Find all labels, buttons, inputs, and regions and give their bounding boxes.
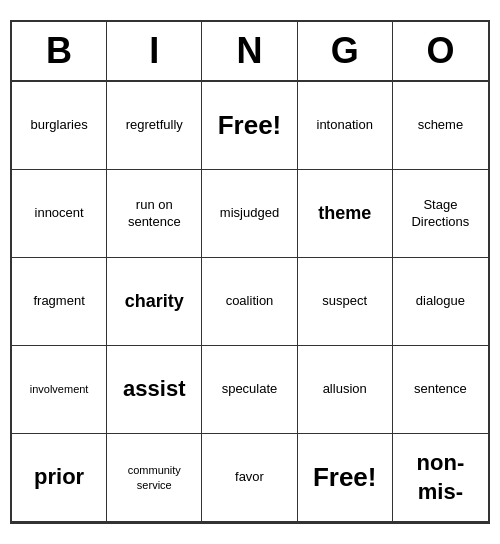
bingo-cell: favor [202, 434, 297, 522]
bingo-cell: Free! [298, 434, 393, 522]
bingo-cell: intonation [298, 82, 393, 170]
bingo-cell: dialogue [393, 258, 488, 346]
bingo-card: BINGO burglariesregretfullyFree!intonati… [10, 20, 490, 524]
bingo-cell: prior [12, 434, 107, 522]
bingo-header: BINGO [12, 22, 488, 82]
bingo-cell: innocent [12, 170, 107, 258]
bingo-grid: burglariesregretfullyFree!intonationsche… [12, 82, 488, 522]
header-letter: I [107, 22, 202, 80]
bingo-cell: allusion [298, 346, 393, 434]
bingo-cell: community service [107, 434, 202, 522]
bingo-cell: non-mis- [393, 434, 488, 522]
bingo-cell: coalition [202, 258, 297, 346]
bingo-cell: assist [107, 346, 202, 434]
bingo-cell: run on sentence [107, 170, 202, 258]
bingo-cell: charity [107, 258, 202, 346]
bingo-cell: sentence [393, 346, 488, 434]
header-letter: G [298, 22, 393, 80]
header-letter: N [202, 22, 297, 80]
bingo-cell: Free! [202, 82, 297, 170]
header-letter: O [393, 22, 488, 80]
bingo-cell: fragment [12, 258, 107, 346]
bingo-cell: theme [298, 170, 393, 258]
bingo-cell: regretfully [107, 82, 202, 170]
bingo-cell: burglaries [12, 82, 107, 170]
bingo-cell: Stage Directions [393, 170, 488, 258]
bingo-cell: misjudged [202, 170, 297, 258]
header-letter: B [12, 22, 107, 80]
bingo-cell: involvement [12, 346, 107, 434]
bingo-cell: scheme [393, 82, 488, 170]
bingo-cell: suspect [298, 258, 393, 346]
bingo-cell: speculate [202, 346, 297, 434]
